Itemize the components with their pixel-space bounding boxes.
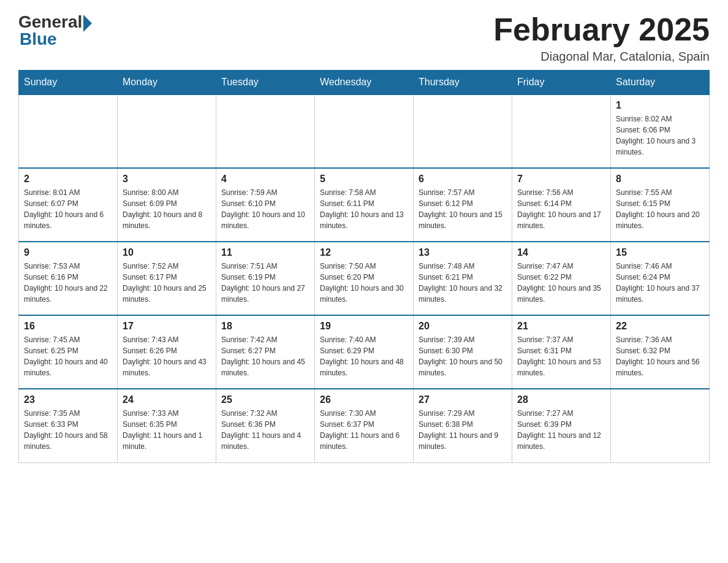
day-info: Sunrise: 7:42 AMSunset: 6:27 PMDaylight:… (221, 334, 309, 378)
calendar-cell: 3Sunrise: 8:00 AMSunset: 6:09 PMDaylight… (118, 168, 216, 242)
calendar-cell: 28Sunrise: 7:27 AMSunset: 6:39 PMDayligh… (512, 389, 611, 462)
calendar-cell: 15Sunrise: 7:46 AMSunset: 6:24 PMDayligh… (611, 242, 710, 315)
calendar-cell (118, 94, 216, 168)
calendar-cell: 21Sunrise: 7:37 AMSunset: 6:31 PMDayligh… (512, 315, 611, 389)
calendar-cell: 23Sunrise: 7:35 AMSunset: 6:33 PMDayligh… (19, 389, 118, 462)
calendar-cell: 9Sunrise: 7:53 AMSunset: 6:16 PMDaylight… (19, 242, 118, 315)
calendar-cell: 17Sunrise: 7:43 AMSunset: 6:26 PMDayligh… (118, 315, 216, 389)
day-info: Sunrise: 7:47 AMSunset: 6:22 PMDaylight:… (517, 261, 605, 305)
calendar-cell (512, 94, 611, 168)
logo-blue-text: Blue (20, 29, 57, 49)
day-number: 27 (419, 394, 507, 405)
day-info: Sunrise: 7:45 AMSunset: 6:25 PMDaylight:… (24, 334, 112, 378)
logo: General Blue (18, 12, 92, 49)
calendar-cell: 13Sunrise: 7:48 AMSunset: 6:21 PMDayligh… (414, 242, 512, 315)
calendar-cell: 5Sunrise: 7:58 AMSunset: 6:11 PMDaylight… (315, 168, 414, 242)
day-number: 17 (123, 321, 211, 332)
calendar-week-row: 9Sunrise: 7:53 AMSunset: 6:16 PMDaylight… (19, 242, 710, 315)
title-block: February 2025 Diagonal Mar, Catalonia, S… (493, 12, 710, 64)
day-number: 6 (419, 174, 507, 185)
calendar-cell: 2Sunrise: 8:01 AMSunset: 6:07 PMDaylight… (19, 168, 118, 242)
day-info: Sunrise: 7:40 AMSunset: 6:29 PMDaylight:… (320, 334, 408, 378)
day-info: Sunrise: 7:56 AMSunset: 6:14 PMDaylight:… (517, 187, 605, 231)
calendar-cell: 6Sunrise: 7:57 AMSunset: 6:12 PMDaylight… (414, 168, 512, 242)
weekday-header-row: SundayMondayTuesdayWednesdayThursdayFrid… (19, 71, 710, 95)
calendar-cell: 20Sunrise: 7:39 AMSunset: 6:30 PMDayligh… (414, 315, 512, 389)
day-info: Sunrise: 7:53 AMSunset: 6:16 PMDaylight:… (24, 261, 112, 305)
day-info: Sunrise: 7:46 AMSunset: 6:24 PMDaylight:… (616, 261, 704, 305)
day-info: Sunrise: 7:36 AMSunset: 6:32 PMDaylight:… (616, 334, 704, 378)
day-number: 14 (517, 247, 605, 258)
calendar-cell: 11Sunrise: 7:51 AMSunset: 6:19 PMDayligh… (216, 242, 315, 315)
day-info: Sunrise: 7:27 AMSunset: 6:39 PMDaylight:… (517, 408, 605, 452)
day-number: 3 (123, 174, 211, 185)
calendar-cell: 7Sunrise: 7:56 AMSunset: 6:14 PMDaylight… (512, 168, 611, 242)
day-info: Sunrise: 7:35 AMSunset: 6:33 PMDaylight:… (24, 408, 112, 452)
month-title: February 2025 (493, 12, 710, 47)
day-number: 2 (24, 174, 112, 185)
day-number: 9 (24, 247, 112, 258)
day-info: Sunrise: 7:43 AMSunset: 6:26 PMDaylight:… (123, 334, 211, 378)
logo-arrow-icon (83, 15, 92, 32)
calendar-cell: 25Sunrise: 7:32 AMSunset: 6:36 PMDayligh… (216, 389, 315, 462)
day-number: 10 (123, 247, 211, 258)
day-info: Sunrise: 7:57 AMSunset: 6:12 PMDaylight:… (419, 187, 507, 231)
calendar-cell (216, 94, 315, 168)
day-number: 1 (616, 100, 704, 111)
day-info: Sunrise: 7:30 AMSunset: 6:37 PMDaylight:… (320, 408, 408, 452)
calendar-cell: 18Sunrise: 7:42 AMSunset: 6:27 PMDayligh… (216, 315, 315, 389)
calendar-week-row: 2Sunrise: 8:01 AMSunset: 6:07 PMDaylight… (19, 168, 710, 242)
calendar-cell: 24Sunrise: 7:33 AMSunset: 6:35 PMDayligh… (118, 389, 216, 462)
day-info: Sunrise: 7:39 AMSunset: 6:30 PMDaylight:… (419, 334, 507, 378)
day-number: 16 (24, 321, 112, 332)
day-number: 18 (221, 321, 309, 332)
day-info: Sunrise: 7:51 AMSunset: 6:19 PMDaylight:… (221, 261, 309, 305)
calendar-table: SundayMondayTuesdayWednesdayThursdayFrid… (18, 70, 710, 463)
day-info: Sunrise: 8:02 AMSunset: 6:06 PMDaylight:… (616, 113, 704, 158)
calendar-week-row: 1Sunrise: 8:02 AMSunset: 6:06 PMDaylight… (19, 94, 710, 168)
calendar-cell: 14Sunrise: 7:47 AMSunset: 6:22 PMDayligh… (512, 242, 611, 315)
day-info: Sunrise: 7:37 AMSunset: 6:31 PMDaylight:… (517, 334, 605, 378)
weekday-header-sunday: Sunday (19, 71, 118, 95)
calendar-cell: 26Sunrise: 7:30 AMSunset: 6:37 PMDayligh… (315, 389, 414, 462)
day-number: 4 (221, 174, 309, 185)
day-number: 22 (616, 321, 704, 332)
day-number: 7 (517, 174, 605, 185)
day-number: 21 (517, 321, 605, 332)
day-info: Sunrise: 7:52 AMSunset: 6:17 PMDaylight:… (123, 261, 211, 305)
calendar-cell: 16Sunrise: 7:45 AMSunset: 6:25 PMDayligh… (19, 315, 118, 389)
calendar-cell: 8Sunrise: 7:55 AMSunset: 6:15 PMDaylight… (611, 168, 710, 242)
day-info: Sunrise: 7:29 AMSunset: 6:38 PMDaylight:… (419, 408, 507, 452)
calendar-cell: 10Sunrise: 7:52 AMSunset: 6:17 PMDayligh… (118, 242, 216, 315)
weekday-header-monday: Monday (118, 71, 216, 95)
calendar-cell: 27Sunrise: 7:29 AMSunset: 6:38 PMDayligh… (414, 389, 512, 462)
weekday-header-thursday: Thursday (414, 71, 512, 95)
day-number: 13 (419, 247, 507, 258)
calendar-cell (19, 94, 118, 168)
day-info: Sunrise: 7:50 AMSunset: 6:20 PMDaylight:… (320, 261, 408, 305)
day-number: 23 (24, 394, 112, 405)
day-info: Sunrise: 7:32 AMSunset: 6:36 PMDaylight:… (221, 408, 309, 452)
day-number: 25 (221, 394, 309, 405)
day-info: Sunrise: 7:55 AMSunset: 6:15 PMDaylight:… (616, 187, 704, 231)
day-number: 28 (517, 394, 605, 405)
calendar-week-row: 23Sunrise: 7:35 AMSunset: 6:33 PMDayligh… (19, 389, 710, 462)
page-header: General Blue February 2025 Diagonal Mar,… (18, 12, 710, 64)
location-subtitle: Diagonal Mar, Catalonia, Spain (493, 50, 710, 64)
day-info: Sunrise: 8:00 AMSunset: 6:09 PMDaylight:… (123, 187, 211, 231)
day-number: 8 (616, 174, 704, 185)
weekday-header-saturday: Saturday (611, 71, 710, 95)
calendar-cell: 4Sunrise: 7:59 AMSunset: 6:10 PMDaylight… (216, 168, 315, 242)
day-number: 15 (616, 247, 704, 258)
day-number: 11 (221, 247, 309, 258)
day-number: 26 (320, 394, 408, 405)
weekday-header-friday: Friday (512, 71, 611, 95)
day-info: Sunrise: 7:48 AMSunset: 6:21 PMDaylight:… (419, 261, 507, 305)
weekday-header-tuesday: Tuesday (216, 71, 315, 95)
day-number: 12 (320, 247, 408, 258)
calendar-cell: 1Sunrise: 8:02 AMSunset: 6:06 PMDaylight… (611, 94, 710, 168)
day-number: 19 (320, 321, 408, 332)
calendar-cell (611, 389, 710, 462)
calendar-cell: 19Sunrise: 7:40 AMSunset: 6:29 PMDayligh… (315, 315, 414, 389)
calendar-cell: 22Sunrise: 7:36 AMSunset: 6:32 PMDayligh… (611, 315, 710, 389)
